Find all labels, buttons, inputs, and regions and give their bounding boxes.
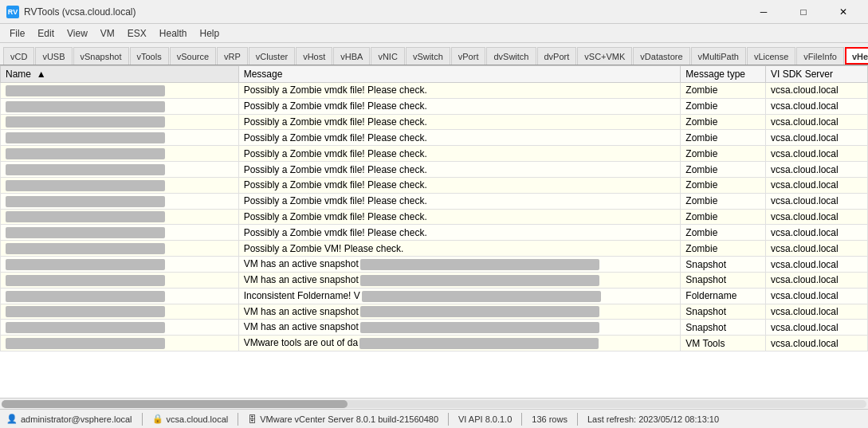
tab-vport[interactable]: vPort — [451, 47, 486, 65]
cell-server: vcsa.cloud.local — [765, 83, 867, 99]
table-row[interactable]: Possibly a Zombie vmdk file! Please chec… — [1, 177, 868, 193]
cell-server: vcsa.cloud.local — [765, 257, 867, 273]
table-row[interactable]: VM has an active snapshotSnapshotvcsa.cl… — [1, 320, 868, 336]
tab-vusb[interactable]: vUSB — [35, 47, 72, 65]
cell-msgtype: Snapshot — [681, 320, 766, 336]
cell-msgtype: Zombie — [681, 209, 766, 225]
tab-vhost[interactable]: vHost — [296, 47, 332, 65]
status-div3 — [448, 413, 449, 426]
cell-server: vcsa.cloud.local — [765, 241, 867, 257]
table-row[interactable]: Inconsistent Foldername! VFoldernamevcsa… — [1, 288, 868, 304]
tab-vcd[interactable]: vCD — [3, 47, 34, 65]
table-row[interactable]: VM has an active snapshotSnapshotvcsa.cl… — [1, 257, 868, 273]
tab-vsnapshot[interactable]: vSnapshot — [73, 47, 129, 65]
minimize-button[interactable]: ─ — [745, 0, 782, 24]
tab-dvswitch[interactable]: dvSwitch — [486, 47, 536, 65]
cell-message: Possibly a Zombie vmdk file! Please chec… — [238, 193, 681, 209]
health-table: Name ▲ Message Message type VI SDK Serve… — [0, 65, 868, 351]
tab-vdatastore[interactable]: vDatastore — [633, 47, 689, 65]
tab-vhba[interactable]: vHBA — [333, 47, 370, 65]
table-row[interactable]: Possibly a Zombie vmdk file! Please chec… — [1, 225, 868, 241]
cell-name — [1, 241, 239, 257]
status-server-section: 🔒 vcsa.cloud.local — [152, 414, 229, 424]
menu-esx[interactable]: ESX — [121, 24, 153, 42]
tab-dvport[interactable]: dvPort — [537, 47, 577, 65]
table-row[interactable]: VM has an active snapshotSnapshotvcsa.cl… — [1, 272, 868, 288]
tab-vtools[interactable]: vTools — [130, 47, 169, 65]
tab-vhealth[interactable]: vHealth — [845, 47, 868, 65]
cell-msgtype: Foldername — [681, 288, 766, 304]
close-button[interactable]: ✕ — [825, 0, 862, 24]
cell-msgtype: Zombie — [681, 177, 766, 193]
menu-vm[interactable]: VM — [94, 24, 121, 42]
col-header-name[interactable]: Name ▲ — [1, 66, 239, 83]
cell-message: Possibly a Zombie vmdk file! Please chec… — [238, 114, 681, 130]
status-div1 — [142, 413, 143, 426]
table-row[interactable]: Possibly a Zombie vmdk file! Please chec… — [1, 130, 868, 146]
cell-msgtype: Snapshot — [681, 257, 766, 273]
cell-server: vcsa.cloud.local — [765, 193, 867, 209]
table-row[interactable]: Possibly a Zombie VM! Please check.Zombi… — [1, 241, 868, 257]
maximize-button[interactable]: □ — [785, 0, 822, 24]
col-header-msgtype[interactable]: Message type — [681, 66, 766, 83]
cell-msgtype: Zombie — [681, 241, 766, 257]
tab-vsource[interactable]: vSource — [170, 47, 216, 65]
table-row[interactable]: Possibly a Zombie vmdk file! Please chec… — [1, 98, 868, 114]
cell-message: Possibly a Zombie vmdk file! Please chec… — [238, 225, 681, 241]
cell-server: vcsa.cloud.local — [765, 114, 867, 130]
cell-name — [1, 288, 239, 304]
cell-msgtype: Zombie — [681, 162, 766, 178]
cell-name — [1, 146, 239, 162]
menu-file[interactable]: File — [3, 24, 31, 42]
cell-msgtype: Zombie — [681, 193, 766, 209]
menu-view[interactable]: View — [61, 24, 94, 42]
cell-message: Possibly a Zombie vmdk file! Please chec… — [238, 146, 681, 162]
tab-vswitch[interactable]: vSwitch — [406, 47, 450, 65]
menu-help[interactable]: Help — [194, 24, 226, 42]
cell-message: VM has an active snapshot — [238, 304, 681, 320]
status-div5 — [577, 413, 578, 426]
status-div4 — [521, 413, 522, 426]
cell-msgtype: Snapshot — [681, 272, 766, 288]
status-vcenter-text: VMware vCenter Server 8.0.1 build-215604… — [260, 414, 438, 424]
table-row[interactable]: Possibly a Zombie vmdk file! Please chec… — [1, 209, 868, 225]
menubar: File Edit View VM ESX Health Help — [0, 24, 868, 43]
tab-vrp[interactable]: vRP — [217, 47, 248, 65]
table-row[interactable]: Possibly a Zombie vmdk file! Please chec… — [1, 162, 868, 178]
cell-server: vcsa.cloud.local — [765, 320, 867, 336]
user-icon: 👤 — [6, 414, 18, 424]
cell-name — [1, 225, 239, 241]
cell-server: vcsa.cloud.local — [765, 304, 867, 320]
menu-health[interactable]: Health — [153, 24, 194, 42]
tab-vnic[interactable]: vNIC — [371, 47, 404, 65]
cell-name — [1, 336, 239, 351]
tab-vscvmk[interactable]: vSC+VMK — [577, 47, 632, 65]
table-row[interactable]: VMware tools are out of daVM Toolsvcsa.c… — [1, 336, 868, 351]
cell-name — [1, 193, 239, 209]
cell-server: vcsa.cloud.local — [765, 146, 867, 162]
cell-name — [1, 320, 239, 336]
cell-msgtype: Zombie — [681, 98, 766, 114]
tab-vfileinfo[interactable]: vFileInfo — [796, 47, 844, 65]
table-row[interactable]: Possibly a Zombie vmdk file! Please chec… — [1, 146, 868, 162]
status-server-text: vcsa.cloud.local — [167, 414, 229, 424]
menu-edit[interactable]: Edit — [31, 24, 61, 42]
titlebar: RV RVTools (vcsa.cloud.local) ─ □ ✕ — [0, 0, 868, 24]
cell-server: vcsa.cloud.local — [765, 272, 867, 288]
table-row[interactable]: VM has an active snapshotSnapshotvcsa.cl… — [1, 304, 868, 320]
col-header-message[interactable]: Message — [238, 66, 681, 83]
col-header-server[interactable]: VI SDK Server — [765, 66, 867, 83]
tab-vcluster[interactable]: vCluster — [249, 47, 295, 65]
table-container[interactable]: Name ▲ Message Message type VI SDK Serve… — [0, 65, 868, 398]
horizontal-scrollbar[interactable] — [0, 398, 868, 409]
status-refresh-text: Last refresh: 2023/05/12 08:13:10 — [587, 414, 719, 424]
cell-server: vcsa.cloud.local — [765, 225, 867, 241]
scroll-thumb[interactable] — [2, 400, 348, 408]
cell-message: Possibly a Zombie vmdk file! Please chec… — [238, 130, 681, 146]
tab-vlicense[interactable]: vLicense — [747, 47, 795, 65]
cell-msgtype: Zombie — [681, 130, 766, 146]
tab-vmultipath[interactable]: vMultiPath — [691, 47, 746, 65]
table-row[interactable]: Possibly a Zombie vmdk file! Please chec… — [1, 114, 868, 130]
table-row[interactable]: Possibly a Zombie vmdk file! Please chec… — [1, 193, 868, 209]
table-row[interactable]: Possibly a Zombie vmdk file! Please chec… — [1, 83, 868, 99]
